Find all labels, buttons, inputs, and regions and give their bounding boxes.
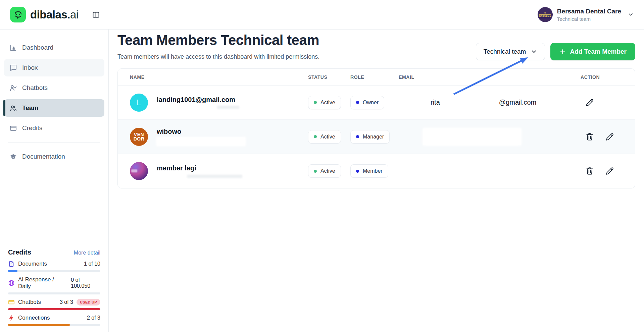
plus-icon bbox=[559, 48, 566, 55]
pencil-icon bbox=[605, 167, 614, 175]
workspace-avatar: ⚜ BERSAMA bbox=[538, 7, 553, 22]
status-label: Active bbox=[320, 100, 335, 106]
sidebar-item-label: Credits bbox=[22, 124, 42, 132]
email-suffix: @gmail.com bbox=[499, 99, 536, 106]
role-label: Manager bbox=[363, 134, 384, 140]
page-subtitle: Team members will have access to this da… bbox=[117, 53, 319, 60]
edit-button[interactable] bbox=[585, 98, 594, 107]
avatar-initial: L bbox=[137, 98, 141, 107]
table-row: VEN DOR wibowo Active Manager bbox=[118, 120, 635, 154]
smiley-robot-icon bbox=[13, 9, 23, 20]
brand-logo-icon bbox=[10, 7, 26, 22]
progress-bar-connections bbox=[8, 324, 100, 326]
credit-card-icon bbox=[8, 299, 15, 306]
brand-logo[interactable]: dibalas.ai bbox=[10, 7, 79, 22]
progress-bar-documents bbox=[8, 270, 100, 272]
status-badge: Active bbox=[308, 96, 341, 109]
role-dot bbox=[356, 170, 359, 173]
column-header-email: EMAIL bbox=[399, 74, 580, 80]
sidebar-toggle-button[interactable] bbox=[92, 11, 100, 19]
sidebar: Dashboard Inbox Chatbots Team Credits bbox=[0, 30, 109, 332]
credit-value: 0 of 100.050 bbox=[71, 277, 100, 289]
progress-bar-chatbots bbox=[8, 308, 100, 310]
role-label: Member bbox=[363, 168, 383, 174]
sidebar-item-team[interactable]: Team bbox=[4, 99, 104, 117]
email-cell: rita @gmail.com bbox=[399, 86, 580, 119]
credit-value: 2 of 3 bbox=[87, 315, 100, 321]
add-team-member-button[interactable]: Add Team Member bbox=[550, 43, 635, 60]
member-name: wibowo bbox=[157, 128, 245, 135]
pencil-icon bbox=[605, 132, 614, 141]
used-up-badge: USED UP bbox=[77, 299, 100, 306]
redacted-text bbox=[217, 106, 239, 109]
credit-value: 3 of 3 bbox=[60, 299, 73, 305]
column-header-status: STATUS bbox=[308, 74, 350, 80]
user-check-icon bbox=[9, 84, 17, 92]
status-label: Active bbox=[320, 134, 335, 140]
credit-label: AI Response / Daily bbox=[18, 276, 67, 290]
workspace-avatar-label: BERSAMA bbox=[539, 14, 551, 18]
sidebar-item-chatbots[interactable]: Chatbots bbox=[4, 79, 104, 97]
status-badge: Active bbox=[308, 164, 341, 178]
credit-item-chatbots: Chatbots 3 of 3 USED UP bbox=[8, 299, 100, 310]
sidebar-item-dashboard[interactable]: Dashboard bbox=[4, 39, 104, 56]
avatar: VEN DOR bbox=[130, 128, 148, 146]
panel-left-icon bbox=[92, 11, 100, 19]
avatar-image bbox=[130, 162, 148, 180]
chevron-down-icon bbox=[628, 11, 634, 18]
column-header-action: ACTION bbox=[580, 74, 635, 80]
credits-usage-panel: Credits More detail Documents 1 of 10 bbox=[0, 243, 108, 332]
role-badge: Owner bbox=[350, 96, 384, 109]
brand-name-bold: dibalas. bbox=[30, 8, 70, 21]
edit-button[interactable] bbox=[605, 167, 614, 175]
page-title: Team Members Technical team bbox=[117, 32, 319, 48]
credit-label: Chatbots bbox=[18, 299, 41, 306]
table-row: L landing1001@gmail.com Active Owner rit… bbox=[118, 86, 635, 120]
credit-value: 1 of 10 bbox=[84, 261, 100, 267]
redacted-email bbox=[157, 137, 245, 146]
sidebar-item-inbox[interactable]: Inbox bbox=[4, 59, 104, 76]
edit-button[interactable] bbox=[605, 132, 614, 141]
document-icon bbox=[8, 261, 15, 267]
status-dot bbox=[314, 135, 317, 138]
sidebar-item-label: Documentation bbox=[22, 153, 65, 160]
app-header: dibalas.ai ⚜ BERSAMA Bersama Dental Care… bbox=[0, 0, 644, 30]
add-team-member-label: Add Team Member bbox=[570, 48, 627, 55]
pencil-icon bbox=[585, 98, 594, 107]
more-detail-link[interactable]: More detail bbox=[74, 250, 100, 256]
status-label: Active bbox=[320, 168, 335, 174]
brand-name-light: ai bbox=[70, 8, 79, 21]
chat-bubble-icon bbox=[9, 64, 17, 72]
email-prefix: rita bbox=[431, 99, 440, 106]
role-badge: Manager bbox=[350, 130, 390, 144]
users-icon bbox=[9, 104, 17, 112]
member-name: landing1001@gmail.com bbox=[157, 96, 239, 104]
status-badge: Active bbox=[308, 130, 341, 144]
credit-item-connections: Connections 2 of 3 bbox=[8, 315, 100, 326]
table-header-row: NAME STATUS ROLE EMAIL ACTION bbox=[118, 69, 635, 86]
credit-item-ai-response: AI Response / Daily 0 of 100.050 bbox=[8, 276, 100, 294]
workspace-switcher[interactable]: ⚜ BERSAMA Bersama Dental Care Technical … bbox=[538, 7, 634, 22]
role-dot bbox=[356, 135, 359, 138]
workspace-team-label: Technical team bbox=[557, 16, 621, 22]
email-cell bbox=[399, 120, 580, 154]
team-selector-dropdown[interactable]: Technical team bbox=[476, 43, 545, 60]
globe-icon bbox=[8, 280, 15, 286]
redacted-text bbox=[187, 175, 242, 178]
delete-button[interactable] bbox=[585, 132, 594, 141]
credit-label: Documents bbox=[18, 261, 47, 267]
bolt-icon bbox=[8, 315, 15, 321]
delete-button[interactable] bbox=[585, 167, 594, 175]
workspace-avatar-emblem: ⚜ bbox=[544, 11, 546, 14]
role-label: Owner bbox=[363, 100, 379, 106]
main-content: Team Members Technical team Team members… bbox=[109, 30, 644, 332]
credit-item-documents: Documents 1 of 10 bbox=[8, 261, 100, 272]
workspace-name: Bersama Dental Care bbox=[557, 8, 621, 15]
member-name: member lagi bbox=[157, 164, 242, 172]
graduation-cap-icon bbox=[9, 153, 17, 161]
sidebar-item-documentation[interactable]: Documentation bbox=[4, 148, 104, 165]
sidebar-item-label: Chatbots bbox=[22, 84, 48, 92]
chevron-down-icon bbox=[531, 48, 537, 55]
sidebar-divider bbox=[8, 142, 100, 143]
sidebar-item-credits[interactable]: Credits bbox=[4, 119, 104, 137]
